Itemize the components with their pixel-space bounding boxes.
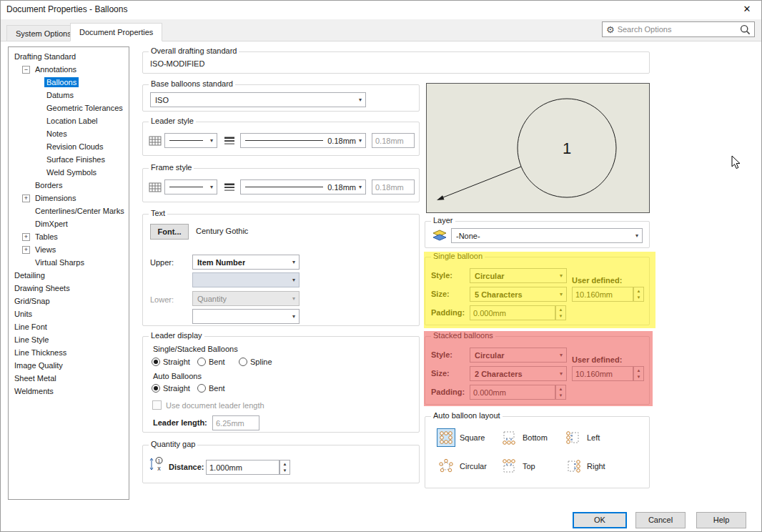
auto-layout-square-button[interactable]: Square [437, 428, 485, 447]
tree-item-virtual-sharps[interactable]: Virtual Sharps [9, 256, 129, 269]
tree-item-location-label[interactable]: Location Label [9, 114, 129, 127]
spinner-down-icon[interactable]: ▼ [556, 313, 565, 320]
tree-item-line-style[interactable]: Line Style [9, 333, 129, 346]
frame-custom-weight-input[interactable] [372, 179, 415, 194]
single-user-defined-spinner[interactable]: ▲▼ [633, 287, 644, 302]
line-style-icon [149, 182, 162, 193]
tree-item-centerlines-center-marks[interactable]: Centerlines/Center Marks [9, 205, 129, 217]
single-straight-radio[interactable]: Straight [152, 358, 190, 366]
tree-item-surface-finishes[interactable]: Surface Finishes [9, 153, 129, 166]
stacked-padding-spinner[interactable]: ▲▼ [555, 385, 566, 400]
lower-secondary-select[interactable]: ▾ [192, 309, 300, 324]
ok-button[interactable]: OK [573, 512, 627, 528]
line-weight-sample [245, 140, 323, 141]
base-balloons-standard-group: Base balloons standard ISO ▾ [142, 84, 420, 112]
tree-item-datums[interactable]: Datums [9, 89, 129, 102]
single-style-select[interactable]: Circular ▾ [470, 268, 567, 283]
tree-item-notes[interactable]: Notes [9, 127, 129, 140]
tree-item-annotations[interactable]: −Annotations [9, 63, 129, 76]
font-button[interactable]: Font... [150, 224, 189, 240]
frame-line-weight-select[interactable]: 0.18mm ▾ [240, 179, 366, 194]
tree-item-units[interactable]: Units [9, 307, 129, 320]
leader-custom-weight-input[interactable] [372, 133, 415, 148]
upper-text-select[interactable]: Item Number ▾ [192, 255, 300, 270]
tree-item-geometric-tolerances[interactable]: Geometric Tolerances [9, 102, 129, 114]
auto-balloons-label: Auto Balloons [153, 372, 202, 380]
tree-item-line-thickness[interactable]: Line Thickness [9, 346, 129, 359]
leader-line-style-select[interactable]: ▾ [164, 133, 217, 148]
gear-icon[interactable]: ⚙ [606, 25, 615, 34]
tree-item-drawing-sheets[interactable]: Drawing Sheets [9, 282, 129, 295]
text-group: Text Font... Century Gothic Upper: Item … [142, 214, 420, 326]
tree-item-weld-symbols[interactable]: Weld Symbols [9, 166, 129, 179]
close-icon[interactable]: ✕ [736, 1, 758, 18]
style-label: Style: [431, 350, 452, 359]
tab-document-properties[interactable]: Document Properties [70, 23, 162, 41]
auto-straight-radio[interactable]: Straight [152, 384, 190, 393]
single-size-select[interactable]: 5 Characters ▾ [470, 287, 567, 302]
auto-bent-radio[interactable]: Bent [197, 384, 225, 393]
tree-item-image-quality[interactable]: Image Quality [9, 359, 129, 372]
single-padding-input[interactable] [470, 305, 555, 320]
single-user-defined-input[interactable] [572, 287, 633, 302]
tree-item-views[interactable]: +Views [9, 243, 129, 256]
spinner-down-icon[interactable]: ▼ [280, 468, 290, 475]
auto-layout-right-button[interactable]: Right [564, 457, 605, 476]
frame-line-style-select[interactable]: ▾ [164, 179, 217, 194]
chevron-down-icon: ▾ [207, 184, 213, 190]
tree-item-weldments[interactable]: Weldments [9, 385, 129, 398]
base-standard-select[interactable]: ISO ▾ [150, 92, 366, 107]
help-button[interactable]: Help [696, 512, 746, 528]
cancel-button[interactable]: Cancel [635, 512, 686, 528]
distance-input[interactable] [206, 460, 279, 475]
search-input[interactable] [618, 25, 737, 34]
tree-item-revision-clouds[interactable]: Revision Clouds [9, 140, 129, 153]
group-label: Overall drafting standard [149, 46, 239, 55]
tree-item-sheet-metal[interactable]: Sheet Metal [9, 372, 129, 385]
button-label: Circular [460, 462, 487, 471]
spinner-up-icon[interactable]: ▲ [634, 287, 643, 295]
auto-layout-circular-button[interactable]: Circular [437, 457, 487, 476]
tree-item-detailing[interactable]: Detailing [9, 269, 129, 282]
search-icon[interactable] [740, 24, 751, 35]
use-document-leader-length-checkbox[interactable] [152, 400, 162, 410]
spinner-up-icon[interactable]: ▲ [556, 306, 565, 313]
balloon-preview-image: 1 [427, 84, 649, 212]
auto-layout-bottom-button[interactable]: Bottom [500, 428, 548, 447]
stacked-padding-input[interactable] [470, 385, 555, 400]
tree-item-balloons[interactable]: Balloons [9, 76, 129, 89]
distance-spinner[interactable]: ▲▼ [279, 460, 290, 475]
plus-expander-icon[interactable]: + [22, 194, 30, 202]
spinner-up-icon[interactable]: ▲ [556, 385, 565, 393]
leader-line-weight-select[interactable]: 0.18mm ▾ [240, 133, 366, 148]
stacked-user-defined-input[interactable] [572, 366, 633, 381]
tree-item-tables[interactable]: +Tables [9, 230, 129, 243]
stacked-size-select[interactable]: 2 Characters ▾ [470, 366, 567, 381]
tree-item-drafting-standard[interactable]: Drafting Standard [9, 50, 129, 63]
spinner-down-icon[interactable]: ▼ [634, 295, 643, 302]
single-bent-radio[interactable]: Bent [197, 358, 225, 366]
tree-item-line-font[interactable]: Line Font [9, 320, 129, 333]
stacked-user-defined-spinner[interactable]: ▲▼ [633, 366, 644, 381]
spinner-down-icon[interactable]: ▼ [556, 393, 565, 400]
tree-item-dimxpert[interactable]: DimXpert [9, 217, 129, 230]
overall-drafting-standard-group: Overall drafting standard ISO-MODIFIED [142, 51, 650, 74]
spinner-down-icon[interactable]: ▼ [634, 374, 643, 381]
stacked-style-select[interactable]: Circular ▾ [470, 348, 567, 363]
tree-item-dimensions[interactable]: +Dimensions [9, 192, 129, 205]
spinner-up-icon[interactable]: ▲ [634, 367, 643, 374]
single-spline-radio[interactable]: Spline [239, 358, 272, 366]
group-label: Leader style [149, 117, 196, 125]
layer-group: Layer -None- ▾ [425, 221, 650, 248]
tree-item-grid-snap[interactable]: Grid/Snap [9, 295, 129, 307]
auto-layout-left-button[interactable]: Left [564, 428, 600, 447]
spinner-up-icon[interactable]: ▲ [280, 460, 290, 468]
single-padding-spinner[interactable]: ▲▼ [555, 305, 566, 320]
layer-select[interactable]: -None- ▾ [451, 228, 643, 243]
plus-expander-icon[interactable]: + [22, 233, 30, 241]
minus-expander-icon[interactable]: − [22, 66, 30, 74]
auto-layout-top-button[interactable]: Top [500, 457, 535, 476]
leader-length-input[interactable] [212, 415, 259, 430]
tree-item-borders[interactable]: Borders [9, 179, 129, 192]
plus-expander-icon[interactable]: + [22, 246, 30, 254]
